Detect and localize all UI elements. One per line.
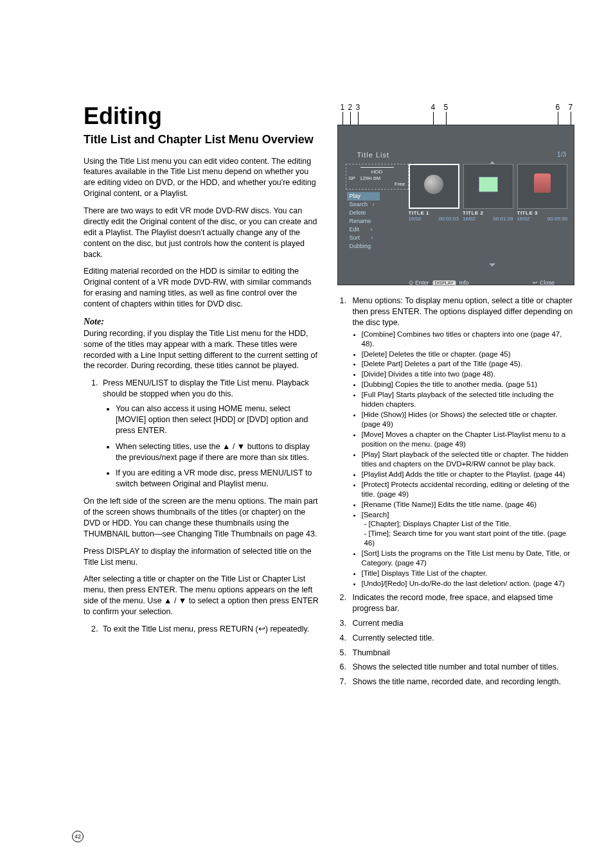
- desc-7: Shows the title name, recorded date, and…: [349, 677, 575, 687]
- desc-6: Shows the selected title number and tota…: [349, 662, 575, 673]
- opt-undo-redo: [Undo]/[Redo] Un-do/Re-do the last delet…: [362, 579, 575, 589]
- step-1: Press MENU/LIST to display the Title Lis…: [100, 378, 321, 490]
- step-2: To exit the Title List menu, press RETUR…: [100, 624, 321, 635]
- note-label: Note:: [84, 316, 321, 328]
- opt-playlist-add: [Playlist Add] Adds the title or chapter…: [362, 470, 575, 479]
- desc-4: Currently selected title.: [349, 633, 575, 644]
- page-heading: Editing: [84, 103, 321, 130]
- callout-4: 4: [431, 103, 436, 112]
- note-body: During recording, if you display the Tit…: [84, 328, 321, 372]
- opt-title: [Title] Displays Title List of the chapt…: [362, 569, 575, 578]
- opt-delete: [Delete] Deletes the title or chapter. (…: [362, 350, 575, 359]
- callout-3: 3: [356, 103, 360, 112]
- intro-para-2: There are two ways to edit VR mode DVD-R…: [84, 206, 321, 260]
- step-1-text: Press MENU/LIST to display the Title Lis…: [103, 378, 309, 398]
- intro-para-3: Editing material recorded on the HDD is …: [84, 266, 321, 310]
- thumb-2[interactable]: [463, 164, 513, 209]
- menu-rename[interactable]: Rename: [350, 217, 380, 226]
- title-1-label: TITLE 1 16/0200:02:03: [409, 210, 459, 222]
- callout-5: 5: [444, 103, 449, 112]
- opt-hide-show: [Hide (Show)] Hides (or Shows) the selec…: [362, 410, 575, 429]
- callout-7: 7: [569, 103, 573, 112]
- thumb-1[interactable]: [409, 164, 460, 209]
- footer-close: ↩ Close: [533, 279, 555, 286]
- body-para-4: On the left side of the screen are the m…: [84, 496, 321, 540]
- section-heading: Title List and Chapter List Menu Overvie…: [84, 132, 321, 147]
- menu-dubbing[interactable]: Dubbing: [350, 242, 380, 251]
- opt-divide: [Divide] Divides a title into two (page …: [362, 369, 575, 379]
- hdd-label: HDD: [349, 169, 405, 175]
- title-3-label: TITLE 3 16/0200:05:30: [517, 210, 568, 222]
- ui-title: Title List: [357, 151, 390, 159]
- opt-combine: [Combine] Combines two titles or chapter…: [362, 330, 575, 349]
- opt-sort: [Sort] Lists the programs on the Title L…: [362, 549, 575, 568]
- opt-delete-part: [Delete Part] Deletes a part of the Titl…: [362, 359, 575, 369]
- opt-move: [Move] Moves a chapter on the Chapter Li…: [362, 430, 575, 449]
- opt-search: [Search] - [Chapter]; Displays Chapter L…: [362, 510, 575, 549]
- hdd-mode: SP: [349, 175, 356, 181]
- display-chip-icon: DISPLAY: [432, 280, 456, 286]
- desc-3: Current media: [349, 618, 575, 629]
- hdd-free: Free: [349, 181, 405, 188]
- menu-play[interactable]: Play: [347, 192, 380, 200]
- opt-rename: [Rename (Title Name)] Edits the title na…: [362, 500, 575, 509]
- opt-search-time: - [Time]; Search time for you want start…: [364, 529, 575, 548]
- footer-enter: ⊙ Enter DISPLAY Info: [409, 279, 469, 286]
- callout-2: 2: [348, 103, 353, 112]
- menu-search[interactable]: Search ›: [350, 200, 380, 209]
- intro-para-1: Using the Title List menu you can edit v…: [84, 156, 321, 200]
- opt-search-chapter: - [Chapter]; Displays Chapter List of th…: [364, 519, 575, 529]
- thumb-3[interactable]: [517, 164, 567, 209]
- menu-sort[interactable]: Sort ›: [350, 234, 380, 242]
- opt-play: [Play] Start playback of the selected ti…: [362, 450, 575, 469]
- body-para-6: After selecting a title or chapter on th…: [84, 574, 321, 617]
- body-para-5: Press DISPLAY to display the information…: [84, 546, 321, 568]
- opt-full-play: [Full Play] Starts playback of the selec…: [362, 390, 575, 409]
- desc-5: Thumbnail: [349, 648, 575, 659]
- step-1-bullet-1: You can also access it using HOME menu, …: [116, 403, 321, 436]
- opt-protect: [Protect] Protects accidental recording,…: [362, 480, 575, 499]
- callout-1: 1: [341, 103, 345, 112]
- hdd-time: 129H 6M: [360, 175, 380, 181]
- desc-2: Indicates the record mode, free space, a…: [349, 592, 575, 614]
- step-1-bullet-2: When selecting titles, use the ▲ / ▼ but…: [116, 441, 321, 463]
- callout-6: 6: [556, 103, 560, 112]
- desc-1: Menu options: To display menu option, se…: [349, 296, 575, 589]
- ui-figure: 1 2 3 4 5 6 7 Title List: [337, 103, 575, 285]
- scroll-down-icon: [489, 263, 495, 267]
- menu-delete[interactable]: Delete: [350, 209, 380, 217]
- hdd-info-box: HDD SP 129H 6M Free: [346, 164, 409, 190]
- title-2-label: TITLE 2 16/0200:01:29: [463, 210, 513, 222]
- ui-menu-list: Play Search › Delete Rename Edit › Sort …: [350, 192, 380, 251]
- opt-dubbing: [Dubbing] Copies the title to another me…: [362, 380, 575, 389]
- step-1-bullet-3: If you are editing a VR mode disc, press…: [116, 468, 321, 490]
- ui-page-indicator: 1/3: [557, 151, 566, 158]
- menu-edit[interactable]: Edit ›: [350, 226, 380, 234]
